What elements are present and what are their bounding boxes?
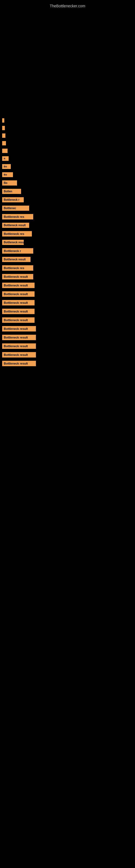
list-item: Botlen	[0, 187, 135, 195]
list-item	[0, 124, 135, 132]
bottleneck-result-label: Bottleneck result	[2, 223, 29, 228]
bottleneck-result-label: Botlen	[2, 189, 21, 194]
list-item: Bottleneck r	[0, 195, 135, 204]
list-item	[0, 132, 135, 140]
list-item: Bottlenec	[0, 204, 135, 212]
list-item: Bottleneck result	[0, 255, 135, 264]
bottleneck-result-label: Bottleneck res	[2, 265, 33, 271]
list-item: Bottleneck res	[0, 212, 135, 221]
list-item: Bottleneck result	[0, 350, 135, 359]
bottleneck-result-label	[2, 141, 6, 145]
bottleneck-result-label: Bottleneck result	[2, 257, 31, 262]
list-item: Bottleneck result	[0, 221, 135, 229]
site-title: TheBottlenecker.com	[0, 2, 135, 10]
list-item: Bottleneck resu	[0, 238, 135, 247]
list-item: Bo	[0, 162, 135, 170]
list-item: Bottleneck result	[0, 333, 135, 342]
bottleneck-result-label: Bottleneck result	[2, 317, 35, 323]
list-item: Bottleneck result	[0, 307, 135, 316]
list-item: Bottleneck result	[0, 290, 135, 299]
bottleneck-result-label	[2, 133, 5, 138]
bottleneck-result-label	[2, 149, 8, 153]
bottleneck-result-label	[2, 118, 4, 123]
bottleneck-result-label: Bo	[2, 172, 13, 177]
list-item: Bottleneck result	[0, 342, 135, 350]
bottleneck-result-label: Bottleneck result	[2, 291, 35, 297]
list-item: Bottleneck result	[0, 281, 135, 290]
list-item: Bottleneck res	[0, 264, 135, 272]
bottleneck-result-label: Bottleneck result	[2, 274, 33, 279]
bottleneck-result-label: Bottleneck res	[2, 231, 32, 237]
bottleneck-result-label	[2, 126, 5, 130]
bottleneck-result-label: Bo	[2, 180, 17, 186]
bottleneck-result-label: Bottleneck result	[2, 352, 36, 358]
bottleneck-result-label: Bottleneck r	[2, 248, 33, 254]
bottleneck-result-label: Bottleneck result	[2, 300, 35, 305]
list-item: Bottleneck result	[0, 272, 135, 281]
bottleneck-result-label: B	[2, 156, 9, 161]
bottleneck-result-label: Bottleneck result	[2, 283, 35, 288]
bottleneck-result-label: Bottleneck res	[2, 214, 33, 219]
bottleneck-items-container: BBoBoBoBotlenBottleneck rBottlenecBottle…	[0, 117, 135, 368]
list-item: Bo	[0, 179, 135, 187]
bottleneck-result-label: Bottleneck result	[2, 309, 35, 314]
list-item: Bottleneck res	[0, 229, 135, 238]
bottleneck-result-label: Bottleneck result	[2, 361, 36, 366]
list-item	[0, 147, 135, 155]
bottleneck-result-label: Bottleneck result	[2, 326, 36, 332]
list-item	[0, 140, 135, 147]
list-item: B	[0, 155, 135, 162]
list-item: Bo	[0, 170, 135, 179]
list-item: Bottleneck r	[0, 247, 135, 255]
bottleneck-result-label: Bottleneck resu	[2, 240, 24, 245]
bottleneck-result-label: Bottleneck result	[2, 343, 36, 349]
bottleneck-result-label: Bo	[2, 164, 11, 169]
list-item: Bottleneck result	[0, 299, 135, 307]
bottleneck-result-label: Bottleneck result	[2, 335, 36, 340]
bottleneck-result-label: Bottlenec	[2, 206, 29, 211]
list-item: Bottleneck result	[0, 359, 135, 368]
list-item: Bottleneck result	[0, 316, 135, 324]
list-item: Bottleneck result	[0, 324, 135, 333]
list-item	[0, 117, 135, 124]
bottleneck-result-label: Bottleneck r	[2, 197, 24, 203]
